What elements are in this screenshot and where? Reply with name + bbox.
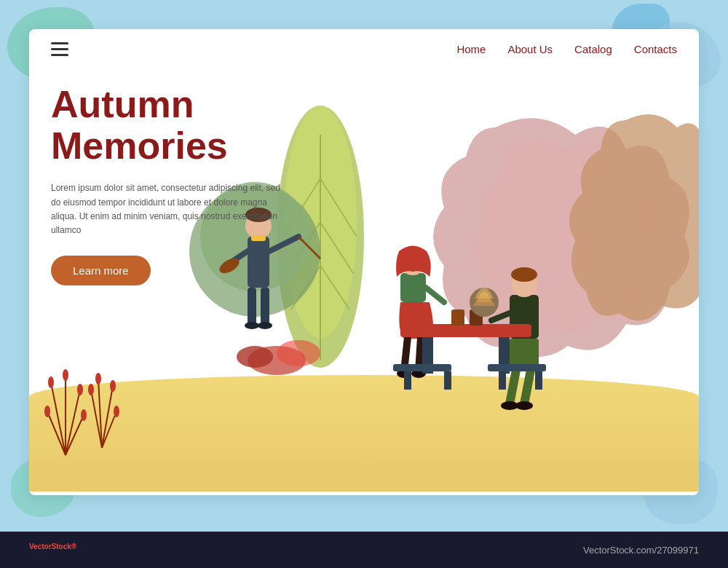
nav-home[interactable]: Home	[456, 43, 486, 55]
svg-line-24	[102, 411, 116, 448]
svg-point-30	[277, 340, 320, 366]
svg-point-17	[77, 384, 83, 395]
svg-rect-64	[404, 371, 411, 390]
svg-point-19	[44, 406, 50, 417]
svg-line-56	[510, 366, 517, 404]
svg-line-57	[524, 366, 531, 404]
hero-text: Autumn Memories Lorem ipsum dolor sit am…	[51, 84, 284, 285]
nav-links: Home About Us Catalog Contacts	[456, 43, 677, 56]
content-area: Autumn Memories Lorem ipsum dolor sit am…	[29, 69, 699, 492]
svg-rect-66	[488, 364, 546, 371]
nav-about[interactable]: About Us	[507, 43, 553, 55]
hero-description: Lorem ipsum dolor sit amet, consectetur …	[51, 181, 284, 237]
svg-rect-60	[400, 324, 531, 337]
svg-point-42	[258, 322, 272, 329]
footer-bar: VectorStock® VectorStock.com/27099971	[0, 532, 728, 568]
main-card: Home About Us Catalog Contacts Autumn Me…	[29, 29, 699, 495]
svg-point-26	[110, 380, 116, 392]
svg-rect-40	[261, 288, 269, 324]
hero-title: Autumn Memories	[51, 84, 284, 167]
svg-point-27	[95, 373, 101, 384]
nav-catalog[interactable]: Catalog	[574, 43, 612, 55]
svg-point-25	[88, 384, 94, 395]
svg-line-12	[66, 390, 80, 455]
svg-rect-63	[393, 364, 451, 371]
navbar: Home About Us Catalog Contacts	[29, 29, 699, 69]
svg-point-20	[81, 409, 87, 421]
svg-line-22	[102, 386, 113, 448]
footer-brand: VectorStock®	[29, 543, 76, 556]
nav-contacts[interactable]: Contacts	[634, 43, 677, 55]
svg-rect-65	[444, 371, 451, 390]
svg-line-15	[66, 415, 84, 455]
svg-rect-67	[499, 371, 506, 390]
svg-rect-68	[535, 371, 542, 390]
svg-line-11	[51, 382, 66, 455]
hamburger-menu[interactable]	[51, 42, 68, 56]
svg-rect-69	[451, 309, 464, 326]
trademark-symbol: ®	[71, 543, 76, 551]
svg-point-28	[114, 406, 119, 417]
svg-rect-44	[400, 273, 426, 302]
svg-line-14	[47, 411, 66, 455]
footer-url: VectorStock.com/27099971	[583, 545, 699, 556]
svg-rect-39	[248, 288, 256, 324]
svg-point-54	[511, 267, 537, 282]
svg-point-59	[515, 401, 533, 410]
svg-point-41	[245, 322, 259, 329]
svg-point-16	[48, 376, 54, 388]
svg-point-31	[237, 346, 273, 368]
svg-point-18	[63, 369, 68, 381]
svg-line-46	[426, 288, 444, 302]
learn-more-button[interactable]: Learn more	[51, 256, 151, 285]
